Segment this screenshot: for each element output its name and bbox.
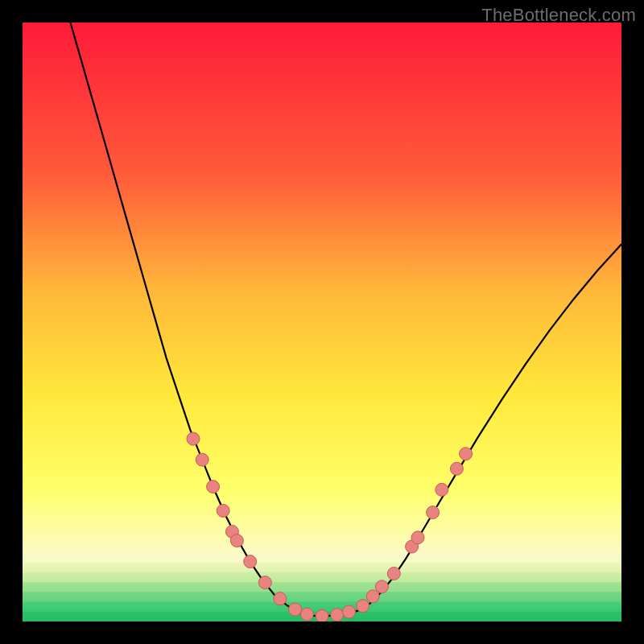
plot-area — [23, 23, 621, 621]
data-dot — [387, 568, 400, 580]
data-dot — [187, 432, 200, 445]
data-dot — [343, 605, 356, 618]
data-dot — [331, 609, 344, 621]
data-dot — [375, 580, 388, 593]
chart-svg — [23, 23, 621, 621]
watermark-text: TheBottleneck.com — [481, 5, 636, 26]
band — [23, 582, 621, 592]
chart-frame: TheBottleneck.com — [0, 0, 644, 644]
data-dot — [427, 506, 440, 519]
data-dot — [207, 481, 220, 493]
data-dot — [289, 603, 302, 616]
data-dot — [217, 504, 229, 517]
band — [23, 572, 621, 583]
data-dot — [411, 531, 424, 544]
data-dot — [244, 555, 257, 568]
band — [23, 563, 621, 573]
data-dot — [357, 600, 369, 613]
data-dot — [258, 576, 271, 589]
data-dot — [196, 453, 208, 466]
gradient-background — [23, 23, 621, 621]
data-dot — [366, 590, 379, 603]
data-dot — [300, 608, 313, 621]
data-dot — [460, 448, 473, 460]
band — [23, 552, 621, 563]
data-dot — [274, 592, 287, 605]
data-dot — [316, 609, 328, 621]
data-dot — [230, 535, 243, 547]
data-dot — [436, 483, 448, 496]
band — [23, 592, 621, 602]
data-dot — [450, 462, 463, 475]
